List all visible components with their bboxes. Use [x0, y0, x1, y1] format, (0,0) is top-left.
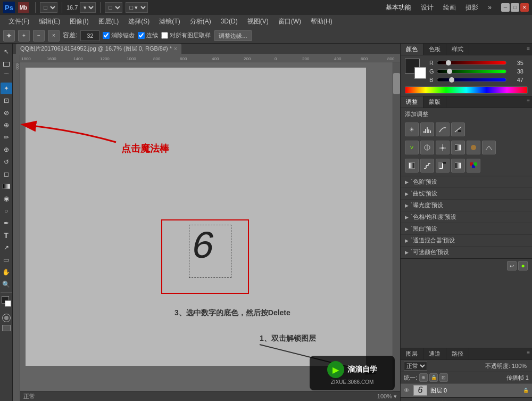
- layer-new-btn[interactable]: +: [451, 399, 460, 401]
- adj-item-selectivecolor[interactable]: ▶ `可选颜色'预设: [401, 247, 532, 258]
- refine-edge-button[interactable]: 调整边缘...: [214, 30, 252, 41]
- workspace-paint[interactable]: 绘画: [440, 2, 459, 13]
- menu-filter[interactable]: 滤镜(T): [155, 16, 184, 27]
- background-swatch[interactable]: [414, 67, 426, 79]
- tab-adjustments[interactable]: 调整: [401, 96, 423, 108]
- adj-bw-icon[interactable]: [451, 141, 465, 154]
- antialias-checkbox[interactable]: [103, 32, 110, 39]
- tab-paths-label[interactable]: 路径: [446, 348, 469, 359]
- tool-marquee[interactable]: [1, 58, 12, 70]
- tool-gradient[interactable]: [1, 181, 12, 192]
- menu-image[interactable]: 图像(I): [65, 16, 93, 27]
- tool-hand[interactable]: ✋: [1, 266, 12, 278]
- blend-mode-select[interactable]: 正常: [404, 361, 427, 371]
- adj-brightness-icon[interactable]: ☀: [405, 122, 419, 136]
- adj-item-curves[interactable]: ▶ `曲线'预设: [401, 188, 532, 200]
- tool-clone[interactable]: ⊕: [1, 144, 12, 156]
- wand-add-btn[interactable]: +: [18, 30, 30, 42]
- blue-slider[interactable]: [437, 78, 506, 82]
- layer-delete-btn[interactable]: 🗑: [519, 399, 529, 401]
- tab-layers-label[interactable]: 图层: [401, 348, 423, 359]
- adj-colorbalance-icon[interactable]: [436, 141, 450, 154]
- menu-layer[interactable]: 图层(L): [94, 16, 123, 27]
- tool-wand[interactable]: ✦: [1, 83, 12, 94]
- adj-gradientmap-icon[interactable]: [451, 159, 465, 173]
- adj-item-channelmixer[interactable]: ▶ `通道混合器'预设: [401, 235, 532, 247]
- contiguous-checkbox-group[interactable]: 连续: [138, 31, 158, 39]
- screen-mode-btn[interactable]: [2, 325, 11, 331]
- adj-panel-menu[interactable]: ≡: [527, 98, 530, 104]
- tool-shape[interactable]: ▭: [1, 254, 12, 266]
- adj-add-btn[interactable]: ●: [518, 261, 528, 271]
- opacity-value[interactable]: 100%: [512, 363, 529, 369]
- adj-selectivecolor-icon[interactable]: [467, 159, 480, 173]
- tool-history-brush[interactable]: ↺: [1, 156, 12, 168]
- adj-item-hsl[interactable]: ▶ `色相/饱和度'预设: [401, 211, 532, 223]
- tool-healing[interactable]: ⊕: [1, 119, 12, 131]
- zoom-select[interactable]: ▾: [80, 2, 96, 13]
- menu-edit[interactable]: 编辑(E): [35, 16, 64, 27]
- tab-swatches[interactable]: 色板: [423, 44, 446, 55]
- adj-curves-icon[interactable]: [436, 122, 450, 136]
- wand-icon-btn[interactable]: ✦: [3, 30, 15, 42]
- document-tab[interactable]: QQ图片20170614154952.jpg @ 16.7% (图层 0, RG…: [16, 44, 181, 54]
- tool-zoom[interactable]: 🔍: [1, 279, 12, 290]
- tool-lasso[interactable]: ⌒: [1, 70, 12, 82]
- layer-adj-btn[interactable]: ◑: [427, 399, 437, 401]
- maximize-button[interactable]: □: [511, 3, 519, 12]
- adj-item-exposure[interactable]: ▶ `曝光度'预设: [401, 200, 532, 211]
- link-btn[interactable]: ⊕: [419, 373, 428, 382]
- contiguous-checkbox[interactable]: [138, 32, 145, 39]
- menu-window[interactable]: 窗口(W): [274, 16, 305, 27]
- adj-invert-icon[interactable]: [405, 159, 419, 173]
- adj-posterize-icon[interactable]: [420, 159, 434, 173]
- layer-visibility-icon[interactable]: 👁: [404, 387, 411, 394]
- menu-select[interactable]: 选择(S): [124, 16, 154, 27]
- lock-all-btn[interactable]: ⊡: [439, 373, 448, 382]
- menu-view[interactable]: 视图(V): [243, 16, 273, 27]
- tool-blur[interactable]: ◉: [1, 193, 12, 204]
- tolerance-input[interactable]: [80, 30, 99, 41]
- adj-return-btn[interactable]: ↩: [507, 261, 517, 271]
- antialias-checkbox-group[interactable]: 消除锯齿: [103, 31, 135, 39]
- tool-eraser[interactable]: ◻: [1, 168, 12, 180]
- color-spectrum[interactable]: [405, 86, 528, 94]
- tab-style[interactable]: 样式: [446, 44, 469, 55]
- adj-hsl-icon[interactable]: [420, 141, 434, 154]
- bg-color-swatch[interactable]: [5, 300, 11, 307]
- tool-crop[interactable]: ⊡: [1, 95, 12, 107]
- image-mode-select[interactable]: □: [40, 2, 57, 13]
- workspace-design[interactable]: 设计: [418, 2, 437, 13]
- wand-intersect-btn[interactable]: ×: [48, 30, 60, 42]
- tool-brush[interactable]: ✏: [1, 132, 12, 143]
- doc-tab-close[interactable]: ×: [174, 46, 177, 52]
- quick-mask-btn[interactable]: [2, 314, 11, 322]
- workspace-basic[interactable]: 基本功能: [383, 2, 414, 13]
- tool-text[interactable]: T: [1, 230, 12, 241]
- layers-panel-menu[interactable]: ≡: [527, 350, 530, 356]
- tool-path-select[interactable]: ↗: [1, 242, 12, 253]
- layer-group-btn[interactable]: 📁: [439, 399, 448, 401]
- layout-select[interactable]: □ ▾: [126, 2, 148, 13]
- tool-eyedropper[interactable]: ⊘: [1, 107, 12, 119]
- color-panel-menu[interactable]: ≡: [527, 45, 530, 51]
- adj-photofilter-icon[interactable]: [467, 141, 480, 154]
- wand-subtract-btn[interactable]: −: [33, 30, 45, 42]
- vertical-scrollbar[interactable]: [393, 62, 400, 401]
- tab-masks[interactable]: 蒙版: [423, 96, 446, 108]
- workspace-more[interactable]: »: [485, 3, 495, 12]
- tab-color[interactable]: 颜色: [401, 44, 423, 55]
- adj-item-levels[interactable]: ▶ `色阶'预设: [401, 176, 532, 188]
- adj-channelmixer-icon[interactable]: [482, 141, 496, 154]
- green-slider[interactable]: [437, 69, 506, 73]
- view-select[interactable]: □: [105, 2, 122, 13]
- menu-file[interactable]: 文件(F): [4, 16, 34, 27]
- minimize-button[interactable]: ─: [501, 3, 510, 12]
- adj-exposure-icon[interactable]: [451, 122, 465, 136]
- adj-item-bw[interactable]: ▶ `黑白'预设: [401, 223, 532, 235]
- adj-levels-icon[interactable]: [420, 122, 434, 136]
- layer-mask-btn[interactable]: □: [415, 399, 425, 401]
- all-layers-checkbox-group[interactable]: 对所有图层取样: [161, 31, 211, 39]
- adj-vibrance-icon[interactable]: V: [405, 141, 419, 154]
- adj-threshold-icon[interactable]: [436, 159, 450, 173]
